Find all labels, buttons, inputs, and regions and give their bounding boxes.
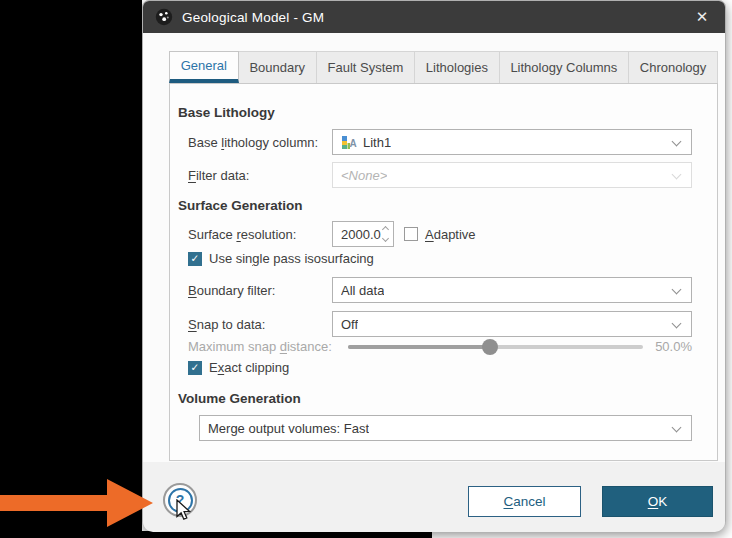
surface-resolution-value: 2000.0 [341,227,381,242]
spinner-down-icon[interactable] [382,235,389,242]
adaptive-label: Adaptive [425,227,476,242]
use-single-pass-checkbox[interactable]: ✓ [188,252,202,266]
snap-to-data-label: Snap to data: [188,317,332,332]
maximum-snap-distance-label: Maximum snap distance: [188,339,332,354]
maximum-snap-distance-slider[interactable] [348,345,643,349]
tab-boundary[interactable]: Boundary [239,51,317,83]
base-lithology-column-select[interactable]: A Lith1 [332,129,692,155]
snap-to-data-select[interactable]: Off [332,311,692,337]
surface-resolution-spinner[interactable]: 2000.0 [332,221,394,247]
base-lithology-column-label: Base lithology column: [188,135,332,150]
tab-bar: General Boundary Fault System Lithologie… [169,51,718,83]
filter-data-label: Filter data: [188,168,332,183]
check-icon: ✓ [191,362,200,373]
boundary-filter-value: All data [341,283,384,298]
check-icon: ✓ [407,229,416,240]
slider-fill [348,345,490,349]
boundary-filter-select[interactable]: All data [332,277,692,303]
use-single-pass-label: Use single pass isosurfacing [209,251,374,266]
tab-chronology[interactable]: Chronology [629,51,718,83]
window-title: Geological Model - GM [182,10,324,25]
tab-fault-system[interactable]: Fault System [317,51,415,83]
tab-lithologies[interactable]: Lithologies [415,51,500,83]
section-heading-base-lithology: Base Lithology [178,105,275,120]
cursor-pointer-icon [175,499,195,521]
adaptive-checkbox[interactable]: ✓ [404,227,418,241]
annotation-arrow [0,477,155,529]
boundary-filter-label: Boundary filter: [188,283,332,298]
svg-text:A: A [350,138,357,149]
maximum-snap-distance-percent: 50.0% [655,339,692,354]
chevron-down-icon [672,285,682,295]
desktop-background-left [0,0,142,538]
snap-to-data-value: Off [341,317,358,332]
check-icon: ✓ [191,253,200,264]
geological-model-dialog: Geological Model - GM ✕ General Boundary… [142,0,726,531]
chevron-down-icon [672,137,682,147]
slider-thumb[interactable] [482,339,498,355]
titlebar[interactable]: Geological Model - GM ✕ [143,1,725,33]
chevron-down-icon [672,423,682,433]
general-tab-panel: Base Lithology Base lithology column: A … [169,83,718,461]
section-heading-surface-generation: Surface Generation [178,198,303,213]
surface-resolution-label: Surface resolution: [188,227,332,242]
exact-clipping-label: Exact clipping [209,360,289,375]
tab-general[interactable]: General [169,51,239,83]
merge-output-volumes-value: Merge output volumes: Fast [208,421,369,436]
filter-data-value: <None> [341,168,387,183]
ok-button[interactable]: OK [602,486,713,517]
filter-data-select[interactable]: <None> [332,162,692,188]
close-icon[interactable]: ✕ [687,1,717,33]
cancel-button[interactable]: Cancel [468,486,581,517]
base-lithology-column-value: Lith1 [363,135,391,150]
desktop-background-bottom [0,531,432,538]
chevron-down-icon [672,170,682,180]
dialog-footer: ? Cancel OK [143,462,725,532]
spinner-up-icon[interactable] [382,226,389,233]
lithology-column-icon: A [341,134,357,150]
exact-clipping-checkbox[interactable]: ✓ [188,361,202,375]
tab-lithology-columns[interactable]: Lithology Columns [500,51,629,83]
merge-output-volumes-select[interactable]: Merge output volumes: Fast [199,415,692,441]
chevron-down-icon [672,319,682,329]
section-heading-volume-generation: Volume Generation [178,391,301,406]
geological-model-icon [155,8,173,26]
